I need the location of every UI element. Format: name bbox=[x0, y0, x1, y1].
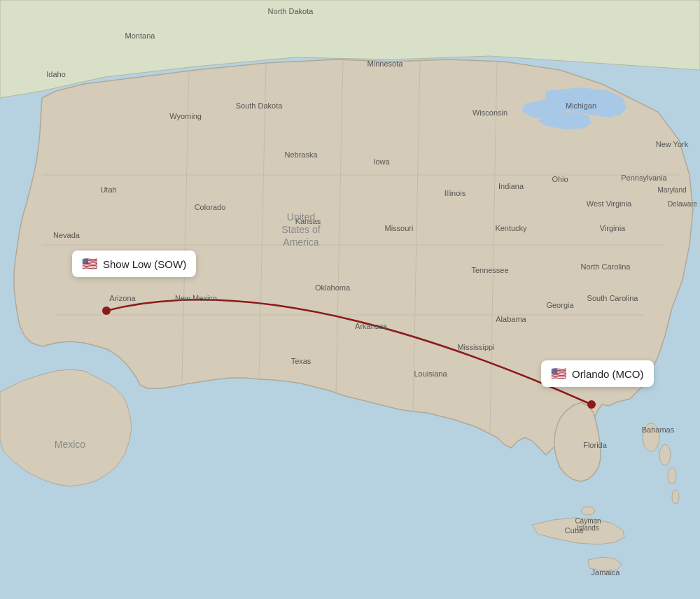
svg-text:Oklahoma: Oklahoma bbox=[315, 283, 351, 292]
svg-text:Montana: Montana bbox=[125, 31, 156, 40]
svg-text:Louisiana: Louisiana bbox=[414, 369, 447, 378]
label-north-dakota: North Dakota bbox=[268, 7, 314, 15]
svg-text:Michigan: Michigan bbox=[566, 101, 596, 110]
svg-text:Idaho: Idaho bbox=[46, 70, 66, 78]
svg-text:Wisconsin: Wisconsin bbox=[472, 108, 507, 117]
svg-text:Mississippi: Mississippi bbox=[457, 343, 494, 351]
svg-point-6 bbox=[581, 507, 595, 515]
svg-text:Colorado: Colorado bbox=[195, 203, 226, 211]
svg-text:Mexico: Mexico bbox=[55, 439, 86, 450]
svg-text:Missouri: Missouri bbox=[385, 224, 414, 232]
dot-sow bbox=[102, 306, 111, 315]
svg-text:North Carolina: North Carolina bbox=[581, 262, 631, 271]
svg-text:South Dakota: South Dakota bbox=[236, 101, 284, 110]
svg-text:Utah: Utah bbox=[100, 185, 116, 194]
svg-text:Indiana: Indiana bbox=[498, 182, 524, 190]
svg-text:West Virginia: West Virginia bbox=[587, 199, 632, 208]
map-svg: North Dakota Montana Idaho Wyoming Utah … bbox=[0, 0, 700, 599]
svg-text:Maryland: Maryland bbox=[657, 186, 686, 194]
svg-text:Delaware: Delaware bbox=[668, 200, 698, 208]
svg-text:Pennsylvania: Pennsylvania bbox=[621, 174, 667, 182]
svg-text:Nevada: Nevada bbox=[53, 231, 80, 239]
svg-text:Ohio: Ohio bbox=[552, 175, 568, 183]
svg-point-3 bbox=[659, 444, 671, 465]
svg-text:Georgia: Georgia bbox=[546, 301, 574, 309]
svg-text:States of: States of bbox=[281, 224, 320, 235]
svg-text:Texas: Texas bbox=[291, 357, 312, 365]
svg-point-4 bbox=[668, 467, 676, 484]
dot-mco bbox=[587, 400, 596, 409]
svg-text:Islands: Islands bbox=[577, 524, 599, 532]
svg-text:Florida: Florida bbox=[583, 441, 608, 449]
map-container: North Dakota Montana Idaho Wyoming Utah … bbox=[0, 0, 700, 599]
svg-text:Wyoming: Wyoming bbox=[169, 112, 202, 120]
svg-text:Nebraska: Nebraska bbox=[284, 150, 318, 159]
svg-point-5 bbox=[672, 490, 679, 504]
svg-text:Iowa: Iowa bbox=[373, 157, 390, 166]
svg-text:Tennessee: Tennessee bbox=[471, 266, 508, 274]
svg-text:South Carolina: South Carolina bbox=[587, 294, 639, 302]
svg-text:Virginia: Virginia bbox=[600, 224, 626, 232]
svg-text:Arkansas: Arkansas bbox=[355, 322, 387, 330]
svg-text:Minnesota: Minnesota bbox=[368, 59, 404, 68]
svg-text:Illinois: Illinois bbox=[444, 189, 466, 197]
svg-text:United: United bbox=[287, 211, 315, 223]
svg-text:America: America bbox=[283, 237, 319, 248]
svg-text:New Mexico: New Mexico bbox=[175, 294, 217, 302]
svg-text:Jamaica: Jamaica bbox=[592, 568, 621, 577]
svg-text:Kentucky: Kentucky bbox=[495, 224, 527, 232]
svg-text:Alabama: Alabama bbox=[496, 315, 526, 323]
svg-text:Bahamas: Bahamas bbox=[642, 425, 675, 434]
svg-text:Arizona: Arizona bbox=[109, 294, 136, 302]
svg-text:New York: New York bbox=[656, 140, 689, 148]
